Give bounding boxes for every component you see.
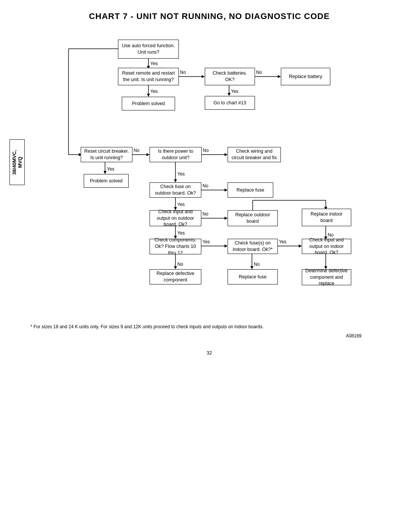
side-label: 38/40MVC, MVQ	[10, 139, 25, 185]
box-check-input-outdoor: Check input and output on outdoor board.…	[150, 210, 201, 226]
svg-marker-33	[225, 189, 228, 192]
box-check-batteries: Check batteries. OK?	[205, 68, 255, 85]
box-check-wiring: Check wiring and circuit breaker and fix	[228, 147, 281, 162]
svg-text:Yes: Yes	[150, 89, 158, 94]
svg-text:Yes: Yes	[279, 239, 287, 244]
box-problem-solved-1: Problem solved	[122, 97, 175, 110]
box-go-to-chart: Go to chart #13	[205, 96, 255, 110]
svg-marker-13	[228, 93, 231, 96]
svg-text:Yes: Yes	[177, 230, 185, 236]
doc-number: A08169	[4, 333, 362, 339]
box-check-components: Check components. Ok? Flow charts 10 thr…	[150, 239, 201, 254]
box-power-outdoor: Is there power to outdoor unit?	[150, 147, 202, 162]
box-check-input-indoor: Check input and output on indoor board. …	[302, 239, 351, 254]
svg-text:No: No	[180, 70, 186, 75]
page: CHART 7 - UNIT NOT RUNNING, NO DIAGNOSTI…	[0, 0, 411, 532]
svg-marker-4	[147, 94, 150, 97]
svg-text:Yes: Yes	[107, 166, 115, 172]
box-replace-indoor-board: Replace indoor board	[302, 209, 351, 226]
box-replace-fuse-2: Replace fuse	[228, 269, 278, 284]
box-problem-solved-2: Problem solved	[84, 174, 129, 188]
box-replace-defective: Replace defective component	[150, 269, 201, 284]
page-title: CHART 7 - UNIT NOT RUNNING, NO DIAGNOSTI…	[30, 11, 388, 21]
svg-text:No: No	[177, 262, 183, 267]
svg-text:Yes: Yes	[177, 171, 185, 177]
box-reset-circuit: Reset circuit breaker. Is unit running?	[81, 147, 132, 162]
box-replace-outdoor-board: Replace outdoor board	[228, 210, 278, 226]
box-check-fuses-indoor: Check fuse(s) on indoor board. Ok?*	[228, 239, 278, 254]
svg-text:No: No	[203, 148, 209, 153]
page-number: 32	[30, 350, 388, 356]
svg-marker-27	[225, 153, 228, 156]
box-use-auto: Use auto forced function. Unit runs?	[118, 40, 179, 59]
svg-marker-54	[250, 266, 253, 269]
svg-marker-39	[225, 217, 228, 220]
svg-marker-45	[174, 266, 177, 269]
svg-text:Yes: Yes	[177, 202, 185, 207]
svg-text:Yes: Yes	[202, 239, 210, 244]
box-replace-battery: Replace battery	[281, 68, 330, 85]
svg-text:No: No	[202, 183, 209, 189]
svg-text:No: No	[254, 262, 260, 267]
svg-text:Yes: Yes	[231, 89, 239, 94]
svg-marker-30	[174, 179, 177, 182]
box-determine-defective: Determine defective component and replac…	[302, 269, 351, 285]
svg-marker-48	[225, 244, 228, 248]
svg-text:No: No	[256, 70, 262, 75]
svg-text:No: No	[134, 148, 140, 153]
box-reset-remote: Reset remote and restart the unit. Is un…	[118, 68, 179, 85]
svg-marker-51	[299, 244, 302, 248]
svg-marker-10	[278, 75, 281, 78]
footnote: * For sizes 18 and 24 K units only. For …	[30, 324, 388, 329]
box-replace-fuse-1: Replace fuse	[228, 182, 273, 198]
svg-marker-21	[147, 153, 150, 156]
svg-text:No: No	[202, 211, 209, 217]
diagram-area: Yes Yes No No Yes	[30, 33, 396, 318]
box-check-fuse-outdoor: Check fuse on outdoor board. Ok?	[150, 182, 201, 198]
svg-text:Yes: Yes	[150, 61, 158, 66]
svg-marker-24	[104, 171, 107, 174]
svg-marker-7	[202, 75, 205, 78]
